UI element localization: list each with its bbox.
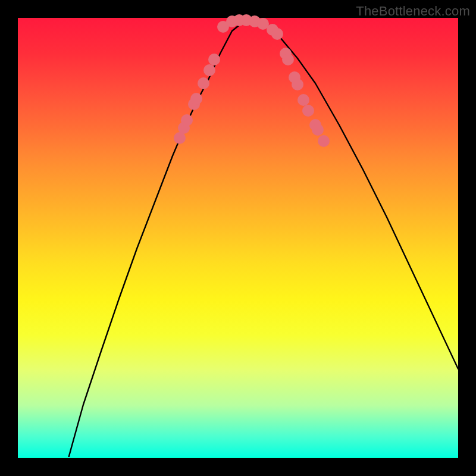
watermark-label: TheBottleneck.com — [356, 4, 470, 19]
marker-dot — [198, 77, 209, 89]
marker-dot — [318, 135, 330, 147]
chart-frame: TheBottleneck.com — [0, 0, 476, 476]
marker-dot — [292, 79, 303, 90]
curve-layer — [18, 18, 458, 458]
plot-area — [18, 18, 458, 458]
marker-dot — [203, 64, 215, 76]
marker-dot — [181, 114, 193, 126]
marker-dot — [298, 94, 309, 106]
marker-dot — [282, 54, 294, 65]
marker-dot — [312, 124, 324, 136]
marker-dot — [302, 105, 314, 117]
marker-dots — [174, 14, 330, 147]
bottleneck-curve — [68, 21, 458, 458]
marker-dot — [190, 93, 202, 105]
marker-dot — [271, 28, 283, 40]
marker-dot — [208, 54, 220, 65]
